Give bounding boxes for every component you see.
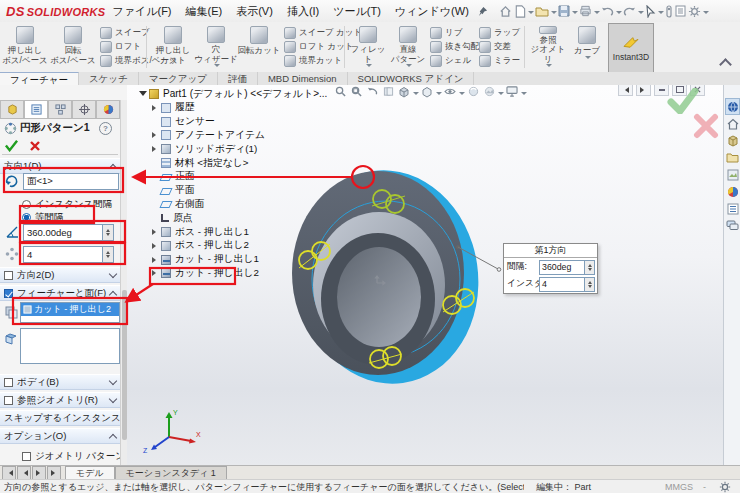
callout-spacing-spinner[interactable] bbox=[585, 260, 595, 275]
undo-dropdown-icon[interactable] bbox=[616, 11, 622, 17]
direction2-checkbox[interactable] bbox=[4, 271, 13, 280]
redo-dropdown-icon[interactable] bbox=[638, 11, 644, 17]
faces-to-pattern-list[interactable] bbox=[20, 328, 120, 364]
curves-button[interactable]: カーブ bbox=[570, 24, 604, 70]
ribbon-collapse-icon[interactable] bbox=[719, 58, 732, 71]
options-gear-icon[interactable] bbox=[688, 4, 701, 19]
shell-button[interactable]: シェル bbox=[430, 54, 471, 68]
dimxpert-manager-tab[interactable] bbox=[72, 100, 96, 118]
tab-solidworks-addins[interactable]: SOLIDWORKS アドイン bbox=[348, 72, 475, 85]
equal-spacing-radio[interactable]: 等間隔 bbox=[22, 211, 64, 224]
pin-icon[interactable] bbox=[477, 4, 488, 19]
angle-field[interactable]: 360.00deg bbox=[23, 224, 103, 241]
features-to-pattern-list[interactable]: カット - 押し出し2 bbox=[20, 302, 120, 323]
tab-evaluate[interactable]: 評価 bbox=[218, 72, 258, 85]
motion-study-tab[interactable]: モーションスタディ 1 bbox=[115, 466, 227, 480]
geometry-pattern-checkbox[interactable] bbox=[22, 452, 31, 461]
tab-sketch[interactable]: スケッチ bbox=[79, 72, 139, 85]
model-tab[interactable]: モデル bbox=[65, 466, 115, 480]
open-dropdown-icon[interactable] bbox=[551, 11, 557, 17]
direction2-section-header[interactable]: 方向2(D) bbox=[0, 267, 120, 283]
appearances-scenes-icon[interactable] bbox=[725, 183, 740, 200]
custom-properties-icon[interactable] bbox=[725, 200, 740, 217]
instance-count-spinner[interactable] bbox=[103, 246, 114, 263]
draft-button[interactable]: 抜き勾配 bbox=[430, 40, 479, 54]
tab-features[interactable]: フィーチャー bbox=[0, 72, 79, 85]
print-dropdown-icon[interactable] bbox=[594, 11, 600, 17]
instance-spacing-radio[interactable]: インスタンス間隔 bbox=[22, 198, 112, 211]
hole-wizard-button[interactable]: 穴 ウィザード bbox=[193, 24, 239, 70]
menu-view[interactable]: 表示(V) bbox=[229, 4, 280, 19]
revolved-cut-button[interactable]: 回転カット bbox=[236, 24, 282, 70]
reference-geometry-button[interactable]: 参照 ジオメトリ bbox=[527, 24, 569, 70]
print-icon[interactable] bbox=[579, 4, 592, 19]
new-dropdown-icon[interactable] bbox=[528, 11, 534, 17]
options-dropdown-icon[interactable] bbox=[703, 11, 709, 17]
wrap-button[interactable]: ラップ bbox=[479, 26, 520, 40]
file-explorer-icon[interactable] bbox=[725, 149, 740, 166]
angle-spinner[interactable] bbox=[103, 224, 114, 241]
menu-edit[interactable]: 編集(E) bbox=[179, 4, 230, 19]
instant3d-button[interactable]: Instant3D bbox=[608, 23, 654, 73]
last-tab-icon[interactable] bbox=[47, 466, 61, 480]
selected-feature-item[interactable]: カット - 押し出し2 bbox=[21, 303, 119, 316]
fillet-dropdown-icon[interactable] bbox=[366, 64, 372, 70]
undo-icon[interactable] bbox=[601, 4, 614, 19]
direction1-section-header[interactable]: 方向1(D) bbox=[0, 158, 120, 174]
mirror-button[interactable]: ミラー bbox=[479, 54, 520, 68]
menu-insert[interactable]: 挿入(I) bbox=[280, 4, 326, 19]
display-manager-tab[interactable] bbox=[96, 100, 120, 118]
next-tab-icon[interactable] bbox=[32, 466, 46, 480]
home-tab-icon[interactable] bbox=[725, 115, 740, 132]
boundary-cut-button[interactable]: 境界カット bbox=[284, 54, 342, 68]
prev-tab-icon[interactable] bbox=[17, 466, 31, 480]
view-palette-icon[interactable] bbox=[725, 166, 740, 183]
save-dropdown-icon[interactable] bbox=[572, 11, 578, 17]
design-library-icon[interactable] bbox=[725, 132, 740, 149]
select-dropdown-icon[interactable] bbox=[658, 11, 664, 17]
rebuild-icon[interactable] bbox=[665, 4, 673, 19]
reference-geometry-section-header[interactable]: 参照ジオメトリ(R) bbox=[0, 392, 120, 408]
bodies-section-header[interactable]: ボディ(B) bbox=[0, 374, 120, 390]
bore-face[interactable] bbox=[337, 247, 421, 347]
fillet-button[interactable]: フィレット bbox=[348, 24, 388, 70]
tab-markup[interactable]: マークアップ bbox=[139, 72, 218, 85]
callout-instances-field[interactable]: 4 bbox=[539, 277, 585, 292]
revolved-boss-button[interactable]: 回転 ボス/ベース bbox=[50, 24, 96, 70]
first-tab-icon[interactable] bbox=[2, 466, 16, 480]
units-indicator[interactable]: MMGS bbox=[665, 482, 693, 492]
pm-help-icon[interactable] bbox=[99, 122, 112, 135]
options-section-header[interactable]: オプション(O) bbox=[0, 428, 120, 444]
instance-count-field[interactable]: 4 bbox=[23, 246, 103, 263]
forum-icon[interactable] bbox=[725, 217, 740, 234]
hole-wizard-dropdown-icon[interactable] bbox=[214, 64, 220, 70]
redo-icon[interactable] bbox=[623, 4, 636, 19]
reference-geometry-dropdown-icon[interactable] bbox=[546, 64, 552, 70]
rib-button[interactable]: リブ bbox=[430, 26, 462, 40]
cancel-button[interactable] bbox=[29, 140, 41, 152]
sweep-button[interactable]: スイープ bbox=[100, 26, 150, 40]
extruded-boss-button[interactable]: 押し出し ボス/ベース bbox=[2, 24, 48, 70]
featuremanager-tree-tab[interactable] bbox=[0, 100, 24, 118]
bodies-checkbox[interactable] bbox=[4, 378, 13, 387]
save-icon[interactable] bbox=[558, 4, 570, 19]
features-faces-checkbox[interactable] bbox=[4, 289, 13, 298]
loft-button[interactable]: ロフト bbox=[100, 40, 141, 54]
graphics-area[interactable]: Part1 (デフォルト) <<デフォルト>... 履歴 センサー アノテートア… bbox=[127, 85, 723, 465]
menu-tools[interactable]: ツール(T) bbox=[326, 4, 388, 19]
property-manager-tab[interactable] bbox=[24, 100, 48, 118]
ok-button[interactable] bbox=[4, 139, 19, 152]
menu-window[interactable]: ウィンドウ(W) bbox=[388, 4, 476, 19]
new-document-icon[interactable] bbox=[514, 4, 526, 19]
home-icon[interactable] bbox=[499, 4, 512, 19]
curves-dropdown-icon[interactable] bbox=[585, 56, 591, 62]
model-viewport[interactable]: Y X Z bbox=[127, 85, 723, 465]
extruded-cut-button[interactable]: 押し出し カット bbox=[150, 24, 196, 70]
pattern-axis-field[interactable]: 面<1> bbox=[23, 173, 119, 190]
file-properties-icon[interactable] bbox=[675, 4, 686, 19]
open-icon[interactable] bbox=[535, 4, 549, 19]
intersect-button[interactable]: 交差 bbox=[479, 40, 511, 54]
status-options-gear-icon[interactable] bbox=[717, 480, 732, 493]
configuration-manager-tab[interactable] bbox=[48, 100, 72, 118]
select-cursor-icon[interactable] bbox=[645, 4, 656, 19]
